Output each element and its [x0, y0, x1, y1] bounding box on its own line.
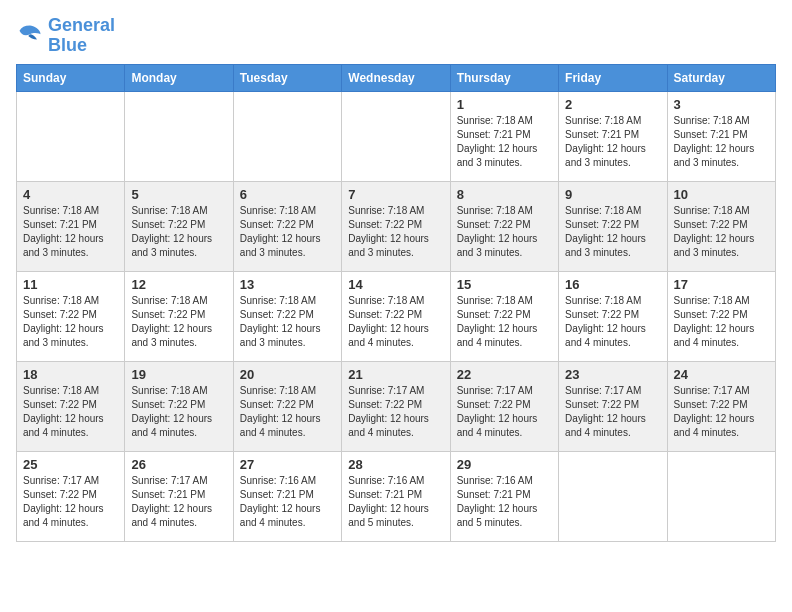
day-number: 7: [348, 187, 443, 202]
calendar-cell: 7Sunrise: 7:18 AMSunset: 7:22 PMDaylight…: [342, 181, 450, 271]
calendar-cell: [125, 91, 233, 181]
day-number: 2: [565, 97, 660, 112]
day-info: Sunrise: 7:17 AMSunset: 7:22 PMDaylight:…: [348, 384, 443, 440]
day-number: 11: [23, 277, 118, 292]
calendar-header: SundayMondayTuesdayWednesdayThursdayFrid…: [17, 64, 776, 91]
day-info: Sunrise: 7:18 AMSunset: 7:22 PMDaylight:…: [240, 384, 335, 440]
day-info: Sunrise: 7:17 AMSunset: 7:22 PMDaylight:…: [565, 384, 660, 440]
calendar-table: SundayMondayTuesdayWednesdayThursdayFrid…: [16, 64, 776, 542]
day-number: 1: [457, 97, 552, 112]
calendar-cell: 6Sunrise: 7:18 AMSunset: 7:22 PMDaylight…: [233, 181, 341, 271]
calendar-cell: [17, 91, 125, 181]
day-number: 15: [457, 277, 552, 292]
day-number: 27: [240, 457, 335, 472]
day-number: 22: [457, 367, 552, 382]
calendar-cell: 12Sunrise: 7:18 AMSunset: 7:22 PMDayligh…: [125, 271, 233, 361]
calendar-cell: 3Sunrise: 7:18 AMSunset: 7:21 PMDaylight…: [667, 91, 775, 181]
day-number: 5: [131, 187, 226, 202]
day-info: Sunrise: 7:18 AMSunset: 7:22 PMDaylight:…: [348, 294, 443, 350]
calendar-cell: [342, 91, 450, 181]
day-info: Sunrise: 7:17 AMSunset: 7:22 PMDaylight:…: [23, 474, 118, 530]
calendar-cell: 16Sunrise: 7:18 AMSunset: 7:22 PMDayligh…: [559, 271, 667, 361]
calendar-cell: 11Sunrise: 7:18 AMSunset: 7:22 PMDayligh…: [17, 271, 125, 361]
day-number: 9: [565, 187, 660, 202]
day-number: 16: [565, 277, 660, 292]
calendar-cell: 9Sunrise: 7:18 AMSunset: 7:22 PMDaylight…: [559, 181, 667, 271]
calendar-cell: 18Sunrise: 7:18 AMSunset: 7:22 PMDayligh…: [17, 361, 125, 451]
calendar-cell: 28Sunrise: 7:16 AMSunset: 7:21 PMDayligh…: [342, 451, 450, 541]
calendar-cell: 19Sunrise: 7:18 AMSunset: 7:22 PMDayligh…: [125, 361, 233, 451]
day-info: Sunrise: 7:17 AMSunset: 7:21 PMDaylight:…: [131, 474, 226, 530]
logo-text: General Blue: [48, 16, 115, 56]
calendar-cell: 13Sunrise: 7:18 AMSunset: 7:22 PMDayligh…: [233, 271, 341, 361]
day-info: Sunrise: 7:18 AMSunset: 7:22 PMDaylight:…: [674, 294, 769, 350]
calendar-cell: 22Sunrise: 7:17 AMSunset: 7:22 PMDayligh…: [450, 361, 558, 451]
day-info: Sunrise: 7:18 AMSunset: 7:22 PMDaylight:…: [674, 204, 769, 260]
day-info: Sunrise: 7:18 AMSunset: 7:21 PMDaylight:…: [674, 114, 769, 170]
calendar-cell: 5Sunrise: 7:18 AMSunset: 7:22 PMDaylight…: [125, 181, 233, 271]
day-info: Sunrise: 7:18 AMSunset: 7:21 PMDaylight:…: [457, 114, 552, 170]
day-number: 24: [674, 367, 769, 382]
day-info: Sunrise: 7:18 AMSunset: 7:22 PMDaylight:…: [457, 294, 552, 350]
logo: General Blue: [16, 16, 115, 56]
page-header: General Blue: [16, 16, 776, 56]
calendar-cell: 8Sunrise: 7:18 AMSunset: 7:22 PMDaylight…: [450, 181, 558, 271]
day-number: 26: [131, 457, 226, 472]
day-info: Sunrise: 7:18 AMSunset: 7:22 PMDaylight:…: [131, 384, 226, 440]
calendar-cell: 24Sunrise: 7:17 AMSunset: 7:22 PMDayligh…: [667, 361, 775, 451]
day-number: 8: [457, 187, 552, 202]
day-info: Sunrise: 7:18 AMSunset: 7:22 PMDaylight:…: [348, 204, 443, 260]
calendar-body: 1Sunrise: 7:18 AMSunset: 7:21 PMDaylight…: [17, 91, 776, 541]
weekday-header: Saturday: [667, 64, 775, 91]
day-info: Sunrise: 7:18 AMSunset: 7:21 PMDaylight:…: [23, 204, 118, 260]
day-info: Sunrise: 7:18 AMSunset: 7:22 PMDaylight:…: [457, 204, 552, 260]
day-info: Sunrise: 7:18 AMSunset: 7:22 PMDaylight:…: [240, 204, 335, 260]
calendar-cell: 21Sunrise: 7:17 AMSunset: 7:22 PMDayligh…: [342, 361, 450, 451]
header-row: SundayMondayTuesdayWednesdayThursdayFrid…: [17, 64, 776, 91]
calendar-week-row: 1Sunrise: 7:18 AMSunset: 7:21 PMDaylight…: [17, 91, 776, 181]
day-number: 21: [348, 367, 443, 382]
calendar-week-row: 11Sunrise: 7:18 AMSunset: 7:22 PMDayligh…: [17, 271, 776, 361]
day-info: Sunrise: 7:16 AMSunset: 7:21 PMDaylight:…: [457, 474, 552, 530]
weekday-header: Sunday: [17, 64, 125, 91]
day-info: Sunrise: 7:18 AMSunset: 7:22 PMDaylight:…: [565, 294, 660, 350]
day-number: 25: [23, 457, 118, 472]
day-number: 13: [240, 277, 335, 292]
calendar-cell: 1Sunrise: 7:18 AMSunset: 7:21 PMDaylight…: [450, 91, 558, 181]
calendar-cell: 29Sunrise: 7:16 AMSunset: 7:21 PMDayligh…: [450, 451, 558, 541]
calendar-cell: 20Sunrise: 7:18 AMSunset: 7:22 PMDayligh…: [233, 361, 341, 451]
calendar-cell: 10Sunrise: 7:18 AMSunset: 7:22 PMDayligh…: [667, 181, 775, 271]
weekday-header: Friday: [559, 64, 667, 91]
logo-icon: [16, 22, 44, 50]
day-number: 17: [674, 277, 769, 292]
calendar-cell: 14Sunrise: 7:18 AMSunset: 7:22 PMDayligh…: [342, 271, 450, 361]
weekday-header: Thursday: [450, 64, 558, 91]
day-number: 23: [565, 367, 660, 382]
calendar-week-row: 18Sunrise: 7:18 AMSunset: 7:22 PMDayligh…: [17, 361, 776, 451]
day-number: 29: [457, 457, 552, 472]
day-number: 28: [348, 457, 443, 472]
calendar-cell: 23Sunrise: 7:17 AMSunset: 7:22 PMDayligh…: [559, 361, 667, 451]
day-info: Sunrise: 7:16 AMSunset: 7:21 PMDaylight:…: [240, 474, 335, 530]
day-info: Sunrise: 7:16 AMSunset: 7:21 PMDaylight:…: [348, 474, 443, 530]
calendar-cell: 4Sunrise: 7:18 AMSunset: 7:21 PMDaylight…: [17, 181, 125, 271]
day-number: 4: [23, 187, 118, 202]
day-info: Sunrise: 7:18 AMSunset: 7:22 PMDaylight:…: [23, 384, 118, 440]
calendar-week-row: 4Sunrise: 7:18 AMSunset: 7:21 PMDaylight…: [17, 181, 776, 271]
day-info: Sunrise: 7:18 AMSunset: 7:22 PMDaylight:…: [131, 294, 226, 350]
day-info: Sunrise: 7:17 AMSunset: 7:22 PMDaylight:…: [457, 384, 552, 440]
calendar-cell: 17Sunrise: 7:18 AMSunset: 7:22 PMDayligh…: [667, 271, 775, 361]
calendar-cell: [559, 451, 667, 541]
day-info: Sunrise: 7:18 AMSunset: 7:22 PMDaylight:…: [131, 204, 226, 260]
day-number: 18: [23, 367, 118, 382]
weekday-header: Tuesday: [233, 64, 341, 91]
day-number: 12: [131, 277, 226, 292]
day-number: 14: [348, 277, 443, 292]
day-number: 20: [240, 367, 335, 382]
calendar-cell: [667, 451, 775, 541]
calendar-cell: 27Sunrise: 7:16 AMSunset: 7:21 PMDayligh…: [233, 451, 341, 541]
weekday-header: Monday: [125, 64, 233, 91]
day-info: Sunrise: 7:18 AMSunset: 7:22 PMDaylight:…: [565, 204, 660, 260]
calendar-cell: 15Sunrise: 7:18 AMSunset: 7:22 PMDayligh…: [450, 271, 558, 361]
calendar-cell: 2Sunrise: 7:18 AMSunset: 7:21 PMDaylight…: [559, 91, 667, 181]
